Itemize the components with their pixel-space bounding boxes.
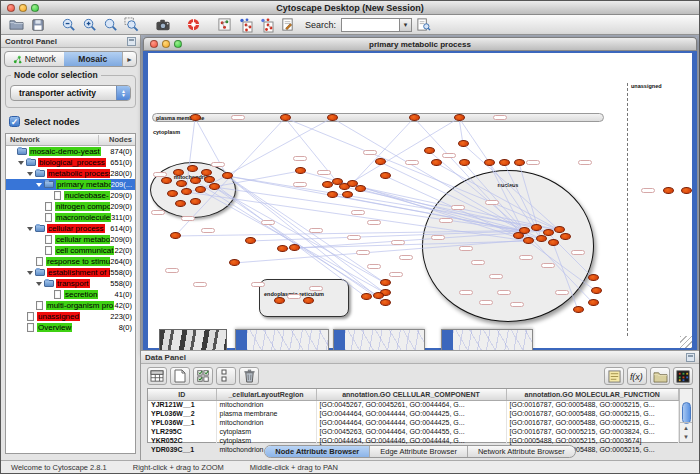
graph-node[interactable] [409, 114, 420, 121]
import-attributes-button[interactable] [650, 367, 670, 385]
scrollbar-thumb[interactable] [682, 402, 691, 424]
column-header[interactable]: _cellularLayoutRegion [216, 389, 316, 400]
attribute-table-button[interactable] [147, 367, 167, 385]
graph-node[interactable] [380, 299, 391, 306]
graph-node[interactable] [173, 169, 184, 176]
graph-node[interactable] [222, 172, 233, 179]
first-neighbors-button[interactable] [236, 16, 255, 33]
graph-node[interactable] [280, 114, 291, 121]
graph-node[interactable] [536, 235, 547, 242]
tab-network-attribute-browser[interactable]: Network Attribute Browser [468, 446, 575, 457]
column-header[interactable]: ID [148, 389, 216, 400]
background-window-peek[interactable] [235, 329, 329, 350]
graph-node[interactable] [588, 274, 599, 281]
graph-node[interactable] [187, 165, 198, 172]
graph-node[interactable] [289, 244, 300, 251]
tree-item[interactable]: biological_process651(0) [6, 157, 135, 168]
graph-node[interactable] [161, 177, 172, 184]
graph-node[interactable] [424, 147, 435, 154]
tree-item[interactable]: metabolic process280(0) [6, 168, 135, 179]
select-attributes-button[interactable] [193, 367, 213, 385]
advanced-search-button[interactable] [414, 16, 433, 33]
help-button[interactable] [184, 16, 203, 33]
graph-node[interactable] [531, 224, 542, 231]
graph-node[interactable] [195, 186, 206, 193]
graph-node[interactable] [274, 297, 285, 304]
graph-node[interactable] [209, 183, 220, 190]
disclosure-triangle-icon[interactable] [27, 271, 33, 275]
node-color-dropdown[interactable]: transporter activity ▲▼ [10, 85, 131, 101]
tree-item[interactable]: establishment of lo558(0) [6, 267, 135, 278]
search-input[interactable] [341, 18, 399, 32]
graph-node[interactable] [181, 188, 192, 195]
zoom-selected-button[interactable] [122, 16, 141, 33]
tree-item[interactable]: cell communicat22(0) [6, 245, 135, 256]
graph-node[interactable] [295, 167, 306, 174]
table-row[interactable]: YJR121W__1mitochondrion[GO:0045267, GO:0… [148, 400, 679, 409]
expand-network-button[interactable] [257, 16, 276, 33]
graph-node[interactable] [229, 259, 240, 266]
graph-node[interactable] [342, 191, 353, 198]
float-data-panel-icon[interactable] [686, 353, 695, 362]
tree-item[interactable]: Overview8(0) [6, 322, 135, 333]
new-attribute-button[interactable] [170, 367, 190, 385]
search-dropdown-button[interactable]: ▾ [399, 18, 412, 32]
graph-node[interactable] [175, 200, 186, 207]
tree-item[interactable]: transport558(0) [6, 278, 135, 289]
graph-node[interactable] [277, 245, 288, 252]
graph-node[interactable] [560, 233, 571, 240]
tree-item[interactable]: cellular metabo209(0) [6, 234, 135, 245]
tree-item[interactable]: response to stimulu264(0) [6, 256, 135, 267]
open-file-button[interactable] [7, 16, 26, 33]
graph-node[interactable] [170, 232, 181, 239]
graph-node[interactable] [514, 159, 525, 166]
tab-node-attribute-browser[interactable]: Node Attribute Browser [265, 446, 370, 457]
graph-node[interactable] [663, 187, 674, 194]
tree-header-network[interactable]: Network [6, 135, 99, 144]
scroll-down-icon[interactable]: ▼ [683, 434, 689, 440]
disclosure-triangle-icon[interactable] [18, 161, 24, 165]
graph-node[interactable] [523, 237, 534, 244]
select-nodes-checkbox[interactable]: ✓ [9, 116, 20, 127]
zoom-fit-button[interactable] [101, 16, 120, 33]
tree-item[interactable]: secretion41(0) [6, 289, 135, 300]
scrollbar-arrows[interactable]: ▲▼ [680, 422, 692, 442]
graph-node[interactable] [190, 177, 201, 184]
tree-header-nodes[interactable]: Nodes [99, 135, 135, 144]
column-header[interactable]: annotation.GO MOLECULAR_FUNCTION [506, 389, 679, 400]
disclosure-triangle-icon[interactable] [27, 227, 33, 231]
graph-node[interactable] [355, 185, 366, 192]
disclosure-triangle-icon[interactable] [36, 282, 42, 286]
graph-node[interactable] [431, 159, 442, 166]
graph-node[interactable] [176, 180, 187, 187]
graph-node[interactable] [303, 297, 314, 304]
zoom-out-button[interactable] [59, 16, 78, 33]
float-panel-icon[interactable] [127, 37, 136, 46]
background-window-peek[interactable] [333, 329, 425, 350]
unselect-attributes-button[interactable] [216, 367, 236, 385]
tab-edge-attribute-browser[interactable]: Edge Attribute Browser [370, 446, 468, 457]
graph-node[interactable] [373, 292, 384, 299]
attribute-matrix-button[interactable] [673, 367, 693, 385]
graph-node[interactable] [327, 191, 338, 198]
graph-node[interactable] [573, 306, 584, 313]
tab-overflow-button[interactable]: ► [122, 52, 136, 66]
tree-item[interactable]: nitrogen compo209(0) [6, 201, 135, 212]
graph-node[interactable] [454, 114, 465, 121]
graph-node[interactable] [375, 158, 386, 165]
graph-node[interactable] [591, 287, 602, 294]
resize-grip[interactable] [680, 336, 692, 348]
attribute-editor-button[interactable] [604, 367, 624, 385]
graph-node[interactable] [484, 159, 495, 166]
graph-node[interactable] [201, 169, 212, 176]
table-row[interactable]: YLR295Ccytoplasm[GO:0045263, GO:0044464,… [148, 427, 679, 436]
tree-item[interactable]: cellular process614(0) [6, 223, 135, 234]
graph-node[interactable] [167, 190, 178, 197]
background-window-peek[interactable] [441, 329, 533, 350]
graph-node[interactable] [554, 226, 565, 233]
graph-node[interactable] [458, 140, 469, 147]
graph-node[interactable] [681, 187, 692, 194]
graph-node[interactable] [327, 114, 338, 121]
graph-node[interactable] [380, 279, 391, 286]
graph-node[interactable] [499, 159, 510, 166]
